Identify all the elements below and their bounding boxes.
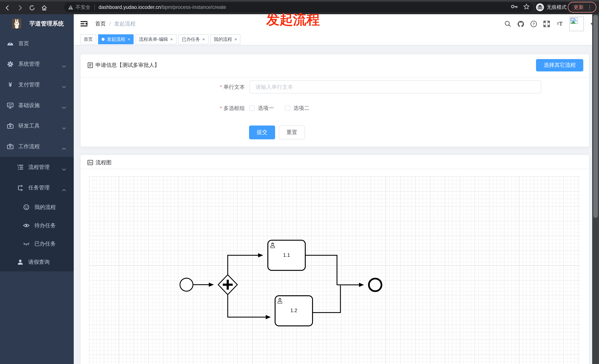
bookmark-star-icon[interactable] xyxy=(523,3,529,11)
font-size-icon[interactable]: TT xyxy=(556,20,563,27)
broken-image-icon xyxy=(570,18,578,24)
bpmn-user-task-2[interactable]: 1.2 xyxy=(275,296,313,326)
tags-view-bar: 首页 发起流程 × 流程表单-编辑 × 已办任务 × 我的流程 × xyxy=(74,34,599,45)
eye-closed-icon xyxy=(23,240,30,247)
sidebar-item-my-process[interactable]: 我的流程 xyxy=(0,198,74,216)
active-dot-icon xyxy=(102,38,105,41)
flow-task1-out[interactable] xyxy=(305,255,337,285)
user-icon xyxy=(17,259,24,266)
bpmn-canvas[interactable]: 1.1 1.2 xyxy=(89,176,581,364)
flow-gateway-to-task1[interactable] xyxy=(228,255,262,275)
app-logo[interactable]: 芋道管理系统 xyxy=(0,14,74,33)
browser-reload-button[interactable] xyxy=(27,3,37,13)
tab-home[interactable]: 首页 xyxy=(80,34,96,44)
security-label: 不安全 xyxy=(76,4,90,10)
sidebar-collapse-button[interactable] xyxy=(80,20,88,27)
briefcase-icon xyxy=(7,143,14,150)
kebab-menu-icon: ⋮ xyxy=(587,5,592,10)
reset-button[interactable]: 重置 xyxy=(279,126,305,139)
browser-home-button[interactable] xyxy=(40,3,49,13)
checkbox-input[interactable] xyxy=(285,106,290,111)
browser-forward-button[interactable] xyxy=(15,3,25,13)
incognito-icon xyxy=(536,3,544,11)
url-host: dashboard.yudao.iocoder.cn xyxy=(98,4,161,10)
sidebar-item-label: 任务管理 xyxy=(28,184,50,191)
sidebar-item-payment[interactable]: ¥ 支付管理 xyxy=(0,74,74,95)
checkbox-option-1[interactable]: 选项一 xyxy=(249,104,274,112)
submit-button[interactable]: 提交 xyxy=(249,126,275,139)
incognito-label: 无痕模式 xyxy=(547,4,566,10)
process-diagram-card: 流程图 xyxy=(80,154,589,364)
logo-avatar xyxy=(12,19,21,29)
sidebar-item-system[interactable]: 系统管理 xyxy=(0,54,74,75)
help-icon[interactable]: ? xyxy=(530,20,537,27)
required-mark: * xyxy=(220,84,222,90)
breadcrumb-home-link[interactable]: 首页 xyxy=(95,20,106,27)
tab-label: 流程表单-编辑 xyxy=(139,36,168,42)
sidebar-item-label: 请假查询 xyxy=(28,258,50,266)
close-icon[interactable]: × xyxy=(127,37,130,42)
key-icon[interactable] xyxy=(511,4,518,10)
search-icon[interactable] xyxy=(504,20,511,27)
diagram-card-header: 流程图 xyxy=(87,157,111,169)
close-icon[interactable]: × xyxy=(234,37,237,42)
flow-gateway-to-task2[interactable] xyxy=(228,295,270,317)
sidebar-item-process-mgmt[interactable]: 流程管理 xyxy=(0,157,74,178)
flow-task2-out[interactable] xyxy=(312,285,340,313)
choose-other-process-button[interactable]: 选择其它流程 xyxy=(536,59,583,71)
close-icon[interactable]: × xyxy=(170,37,173,42)
divider xyxy=(80,77,589,77)
bpmn-end-event[interactable] xyxy=(369,279,381,291)
svg-text:?: ? xyxy=(532,22,535,26)
sidebar-item-label: 首页 xyxy=(18,40,29,47)
tab-label: 已办任务 xyxy=(182,36,200,42)
sidebar-item-done-tasks[interactable]: 已办任务 xyxy=(0,235,74,253)
sidebar-item-infra[interactable]: 基础设施 xyxy=(0,95,74,116)
chevron-up-icon xyxy=(62,187,66,193)
single-line-text-input[interactable] xyxy=(249,80,541,93)
sidebar-item-workflow[interactable]: 工作流程 xyxy=(0,136,74,157)
tab-label: 首页 xyxy=(84,36,93,42)
tab-my-process[interactable]: 我的流程 × xyxy=(210,34,240,44)
scrollbar-thumb[interactable] xyxy=(593,15,598,218)
sidebar-item-label: 系统管理 xyxy=(18,60,40,68)
sidebar-item-label: 我的流程 xyxy=(34,203,56,211)
text-field-label: *单行文本 xyxy=(80,80,245,93)
bpmn-user-task-1[interactable]: 1.1 xyxy=(268,240,305,270)
sidebar-item-todo-tasks[interactable]: 待办任务 xyxy=(0,216,74,235)
checkbox-input[interactable] xyxy=(249,106,255,111)
warning-icon xyxy=(68,5,73,10)
sidebar-item-task-mgmt[interactable]: 任务管理 xyxy=(0,177,74,198)
sidebar-item-label: 研发工具 xyxy=(18,122,40,130)
sidebar-item-label: 工作流程 xyxy=(18,143,40,150)
bpmn-start-event[interactable] xyxy=(180,278,193,291)
sidebar: 芋道管理系统 首页 系统管理 ¥ 支付管理 基础设施 研 xyxy=(0,14,74,364)
github-icon[interactable] xyxy=(517,20,524,27)
chevron-down-icon xyxy=(62,125,66,131)
checkbox-option-2[interactable]: 选项二 xyxy=(285,104,309,112)
avatar[interactable] xyxy=(569,17,584,31)
dashboard-icon xyxy=(7,40,14,47)
bpmn-task-label: 1.2 xyxy=(290,308,297,313)
browser-update-menu-button[interactable]: 更新 ⋮ xyxy=(568,2,596,13)
eye-icon xyxy=(23,222,30,229)
screen: 不安全 dashboard.yudao.iocoder.cn/bpm/proce… xyxy=(0,0,599,364)
annotation-overlay: 发起流程 xyxy=(266,11,320,29)
fullscreen-icon[interactable] xyxy=(543,20,550,27)
route-branch-icon xyxy=(17,184,24,191)
bpmn-parallel-gateway[interactable] xyxy=(218,275,237,295)
required-mark: * xyxy=(220,105,222,111)
sidebar-item-home[interactable]: 首页 xyxy=(0,33,74,54)
browser-back-button[interactable] xyxy=(3,3,12,13)
tab-done-tasks[interactable]: 已办任务 × xyxy=(178,34,208,44)
tab-create-process[interactable]: 发起流程 × xyxy=(98,34,133,44)
chevron-down-icon xyxy=(62,104,66,110)
page-scrollbar[interactable] xyxy=(592,14,599,364)
tab-form-edit[interactable]: 流程表单-编辑 × xyxy=(136,34,176,44)
sidebar-item-devtools[interactable]: 研发工具 xyxy=(0,116,74,136)
app-title: 芋道管理系统 xyxy=(29,20,64,27)
close-icon[interactable]: × xyxy=(202,37,205,42)
gear-icon xyxy=(7,61,14,68)
chevron-up-icon xyxy=(62,145,66,152)
sidebar-item-leave-query[interactable]: 请假查询 xyxy=(0,253,74,271)
